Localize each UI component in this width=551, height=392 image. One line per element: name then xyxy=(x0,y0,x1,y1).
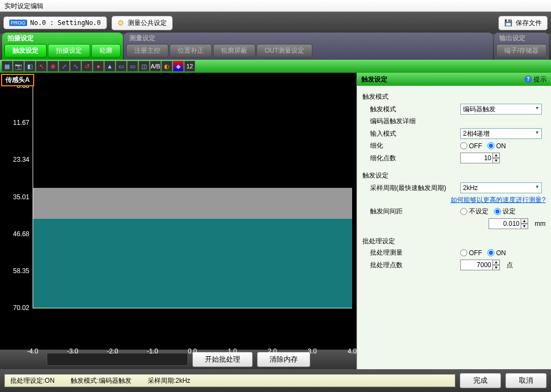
tool-icon-11[interactable]: ▭ xyxy=(116,61,127,72)
main-tabs: 拍摄设定 触发设定 拍摄设定 轮廓 测量设定 注册主控 位置补正 轮廓屏蔽 OU… xyxy=(0,34,551,60)
plot-area: 传感头A X:[1mm/div] Y:[11.67mm/div] 0.0011.… xyxy=(0,73,356,369)
tool-icon-2[interactable]: 📷 xyxy=(13,61,24,72)
tool-icon-6[interactable]: ⤢ xyxy=(59,61,70,72)
interval-up-icon[interactable]: ▲ xyxy=(521,218,528,224)
input-mode-label: 输入模式 xyxy=(370,129,457,138)
top-toolbar: PROG No.0 : SettingNo.0 ⚙ 测量公共设定 💾 保存文件 xyxy=(0,12,551,34)
thin-label: 细化 xyxy=(370,141,457,150)
save-file-button[interactable]: 💾 保存文件 xyxy=(498,16,548,30)
batch-off-radio[interactable]: OFF xyxy=(460,249,482,257)
tab-header-output[interactable]: 输出设定 xyxy=(496,34,547,44)
meas-common-label: 测量公共设定 xyxy=(128,18,167,28)
window-title: 实时设定编辑 xyxy=(0,0,551,12)
thin-up-icon[interactable]: ▲ xyxy=(492,153,500,158)
cancel-button[interactable]: 取消 xyxy=(505,373,547,388)
side-title: 触发设定 xyxy=(361,75,387,84)
section-batch: 批处理设定 xyxy=(362,237,546,246)
batch-points-unit: 点 xyxy=(506,261,513,270)
side-body: 触发模式 触发模式 编码器触发 编码器触发详细 输入模式 2相4递增 细化 OF… xyxy=(357,86,551,369)
status-trigger: 触发模式:编码器触发 xyxy=(71,376,131,385)
batch-up-icon[interactable]: ▲ xyxy=(492,260,500,265)
thin-off-radio[interactable]: OFF xyxy=(460,142,482,150)
tool-icon-12[interactable]: ▭ xyxy=(127,61,138,72)
sample-label: 采样周期(最快速触发周期) xyxy=(370,184,457,193)
tool-icon-8[interactable]: ↺ xyxy=(82,61,92,72)
interval-input[interactable] xyxy=(489,218,521,229)
subtab-capture[interactable]: 拍摄设定 xyxy=(48,44,90,58)
setting-no-button[interactable]: PROG No.0 : SettingNo.0 xyxy=(3,16,107,29)
setting-no-label: No.0 : SettingNo.0 xyxy=(30,19,101,27)
interval-set-radio[interactable]: 设定 xyxy=(494,207,516,216)
side-panel-header: 触发设定 提示 xyxy=(357,73,551,86)
subtab-register[interactable]: 注册主控 xyxy=(126,44,168,58)
speed-link[interactable]: 如何能够以更高的速度进行测量? xyxy=(450,195,546,205)
tool-icon-14[interactable]: A/B xyxy=(150,61,161,72)
chart[interactable]: X:[1mm/div] Y:[11.67mm/div] 0.0011.6723.… xyxy=(33,86,352,345)
subtab-contour[interactable]: 轮廓 xyxy=(91,44,121,58)
interval-noset-radio[interactable]: 不设定 xyxy=(460,207,489,216)
subtab-out-measure[interactable]: OUT测量设定 xyxy=(256,44,312,58)
tool-icon-9[interactable]: ● xyxy=(93,61,104,72)
meas-common-button[interactable]: ⚙ 测量公共设定 xyxy=(111,16,173,30)
tab-header-measure[interactable]: 测量设定 xyxy=(126,34,491,44)
batch-points-input[interactable] xyxy=(460,260,493,270)
chart-canvas[interactable]: 0.0011.6723.3435.0146.6858.3570.02 xyxy=(33,86,352,308)
status-batch: 批处理设定:ON xyxy=(10,376,54,385)
tool-icon-5[interactable]: ⊕ xyxy=(47,61,58,72)
status-bar: 批处理设定:ON 触发模式:编码器触发 采样周期:2kHz 完成 取消 xyxy=(0,369,551,392)
gear-icon: ⚙ xyxy=(117,18,124,27)
status-sample: 采样周期:2kHz xyxy=(148,376,191,385)
subtab-contour-mask[interactable]: 轮廓屏蔽 xyxy=(213,44,255,58)
tab-group-measure: 测量设定 注册主控 位置补正 轮廓屏蔽 OUT测量设定 xyxy=(124,33,493,60)
tool-icon-1[interactable]: ▦ xyxy=(2,61,12,72)
interval-down-icon[interactable]: ▼ xyxy=(521,224,528,229)
side-panel: 触发设定 提示 触发模式 触发模式 编码器触发 编码器触发详细 输入模式 2相4… xyxy=(356,73,551,369)
thin-on-radio[interactable]: ON xyxy=(487,142,506,150)
save-file-label: 保存文件 xyxy=(516,18,542,28)
thin-points-input[interactable] xyxy=(460,153,493,163)
sensor-label: 传感头A xyxy=(1,74,34,86)
tool-icon-7[interactable]: ⤡ xyxy=(70,61,81,72)
help-link[interactable]: 提示 xyxy=(524,75,547,84)
thin-points-label: 细化点数 xyxy=(370,154,457,163)
tool-icon-15[interactable]: ◐ xyxy=(161,61,172,72)
trigger-mode-select[interactable]: 编码器触发 xyxy=(460,104,542,115)
tool-icon-3[interactable]: ◧ xyxy=(24,61,35,72)
batch-points-label: 批处理点数 xyxy=(370,261,457,270)
batch-meas-label: 批处理测量 xyxy=(370,248,457,257)
sample-select[interactable]: 2kHz xyxy=(460,182,542,193)
profile-band-gray xyxy=(33,188,352,219)
tool-icon-17[interactable]: 12 xyxy=(184,61,195,72)
tab-group-output: 输出设定 端子/存储器 xyxy=(494,33,549,60)
subtab-trigger[interactable]: 触发设定 xyxy=(4,44,47,58)
section-trigger-mode: 触发模式 xyxy=(362,92,546,102)
trigger-mode-label: 触发模式 xyxy=(370,105,457,114)
prog-icon: PROG xyxy=(9,20,27,26)
profile-band-teal xyxy=(33,219,352,308)
subtab-terminal[interactable]: 端子/存储器 xyxy=(496,44,547,58)
thin-down-icon[interactable]: ▼ xyxy=(492,158,500,163)
interval-unit: mm xyxy=(535,220,546,227)
finish-button[interactable]: 完成 xyxy=(460,373,501,388)
batch-down-icon[interactable]: ▼ xyxy=(492,265,500,270)
y-axis: 0.0011.6723.3435.0146.6858.3570.02 xyxy=(3,86,30,308)
status-strip: 批处理设定:ON 触发模式:编码器触发 采样周期:2kHz xyxy=(4,374,455,387)
tab-header-capture[interactable]: 拍摄设定 xyxy=(4,34,121,44)
section-trigger-set: 触发设定 xyxy=(362,171,546,180)
subtab-position[interactable]: 位置补正 xyxy=(170,44,212,58)
tool-icon-16[interactable]: ◆ xyxy=(173,61,184,72)
tool-icon-4[interactable]: ↖ xyxy=(36,61,47,72)
tab-group-capture: 拍摄设定 触发设定 拍摄设定 轮廓 xyxy=(2,33,123,60)
tool-icon-13[interactable]: ◫ xyxy=(139,61,149,72)
x-axis: -4.0-3.0-2.0-1.00.01.02.03.04.0 xyxy=(33,347,352,356)
encoder-detail-label: 编码器触发详细 xyxy=(370,117,546,126)
input-mode-select[interactable]: 2相4递增 xyxy=(460,128,542,139)
icon-toolbar: ▦ 📷 ◧ ↖ ⊕ ⤢ ⤡ ↺ ● ▲ ▭ ▭ ◫ A/B ◐ ◆ 12 xyxy=(0,60,551,73)
batch-on-radio[interactable]: ON xyxy=(487,249,506,257)
interval-label: 触发间间距 xyxy=(370,207,457,216)
tool-icon-10[interactable]: ▲ xyxy=(104,61,115,72)
save-icon: 💾 xyxy=(504,19,512,27)
